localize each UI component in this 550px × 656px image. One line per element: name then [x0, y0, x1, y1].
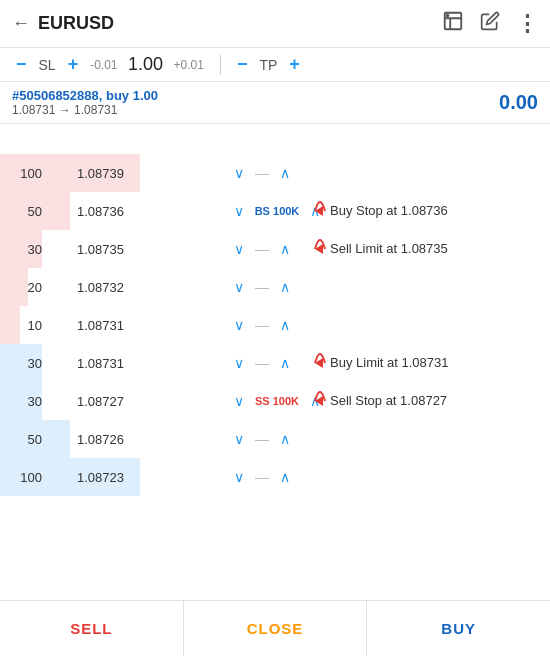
divider	[220, 55, 221, 75]
table-row: 301.08731	[0, 344, 240, 382]
main-content: 1001.08739501.08736301.08735201.08732101…	[0, 124, 550, 614]
page-title: EURUSD	[38, 13, 442, 34]
down-arrow-button[interactable]: ∨	[230, 165, 248, 181]
up-arrow-button[interactable]: ∧	[276, 241, 294, 257]
bottom-bar: SELL CLOSE BUY	[0, 600, 550, 656]
chart-icon[interactable]	[442, 10, 464, 37]
header-icons: ⋮	[442, 10, 538, 37]
ob-price: 1.08731	[50, 318, 130, 333]
down-arrow-button[interactable]: ∨	[230, 241, 248, 257]
down-arrow-button[interactable]: ∨	[230, 203, 248, 219]
controls-col: ∨—∧∨BS 100K∧∨—∧∨—∧∨—∧∨—∧∨SS 100K∧∨—∧∨—∧	[230, 154, 324, 496]
table-row: 101.08731	[0, 306, 240, 344]
ob-price: 1.08739	[50, 166, 130, 181]
sl-value: 1.00	[126, 54, 166, 75]
ob-price: 1.08723	[50, 470, 130, 485]
annotation-text: Buy Stop at 1.08736	[330, 203, 448, 218]
header: ← EURUSD ⋮	[0, 0, 550, 48]
ob-price: 1.08732	[50, 280, 130, 295]
sl-delta-plus: +0.01	[174, 58, 204, 72]
ob-price: 1.08727	[50, 394, 130, 409]
sl-delta-minus: -0.01	[90, 58, 117, 72]
trade-info: #50506852888, buy 1.00 1.08731 → 1.08731…	[0, 82, 550, 124]
annotation-text: Sell Stop at 1.08727	[330, 393, 447, 408]
up-arrow-button[interactable]: ∧	[306, 393, 324, 409]
buy-button[interactable]: BUY	[367, 601, 550, 656]
ctrl-dash: —	[252, 431, 272, 447]
tp-plus-button[interactable]: +	[285, 54, 304, 75]
orderbook: 1001.08739501.08736301.08735201.08732101…	[0, 154, 240, 496]
ob-price: 1.08735	[50, 242, 130, 257]
sl-plus-button[interactable]: +	[64, 54, 83, 75]
annotation-text: Buy Limit at 1.08731	[330, 355, 449, 370]
ctrl-dash: —	[252, 469, 272, 485]
ob-qty: 30	[0, 356, 50, 371]
ctrl-row: ∨—∧	[230, 306, 324, 344]
ctrl-row: ∨—∧	[230, 458, 324, 496]
ob-qty: 100	[0, 166, 50, 181]
back-button[interactable]: ←	[12, 13, 30, 34]
ob-qty: 10	[0, 318, 50, 333]
up-arrow-button[interactable]: ∧	[276, 165, 294, 181]
sl-tp-bar: − SL + -0.01 1.00 +0.01 − TP +	[0, 48, 550, 82]
down-arrow-button[interactable]: ∨	[230, 355, 248, 371]
down-arrow-button[interactable]: ∨	[230, 469, 248, 485]
close-button[interactable]: CLOSE	[183, 601, 368, 656]
trade-pnl: 0.00	[499, 91, 538, 114]
table-row: 501.08736	[0, 192, 240, 230]
down-arrow-button[interactable]: ∨	[230, 279, 248, 295]
ctrl-row: ∨—∧	[230, 154, 324, 192]
more-icon[interactable]: ⋮	[516, 13, 538, 35]
ctrl-row: ∨—∧	[230, 268, 324, 306]
ctrl-dash: —	[252, 355, 272, 371]
down-arrow-button[interactable]: ∨	[230, 393, 248, 409]
tp-label: TP	[259, 57, 277, 73]
ctrl-label: BS 100K	[252, 205, 302, 217]
sl-minus-button[interactable]: −	[12, 54, 31, 75]
ctrl-row: ∨—∧	[230, 420, 324, 458]
ctrl-dash: —	[252, 317, 272, 333]
edit-icon[interactable]	[480, 11, 500, 36]
up-arrow-button[interactable]: ∧	[276, 469, 294, 485]
annotation-text: Sell Limit at 1.08735	[330, 241, 448, 256]
table-row: 201.08732	[0, 268, 240, 306]
ob-qty: 30	[0, 242, 50, 257]
table-row: 301.08727	[0, 382, 240, 420]
ob-qty: 50	[0, 432, 50, 447]
svg-point-1	[447, 15, 449, 17]
tp-minus-button[interactable]: −	[233, 54, 252, 75]
ctrl-label: SS 100K	[252, 395, 302, 407]
table-row: 301.08735	[0, 230, 240, 268]
ctrl-row: ∨—∧	[230, 230, 324, 268]
down-arrow-button[interactable]: ∨	[230, 431, 248, 447]
ctrl-row: ∨—∧	[230, 344, 324, 382]
ob-price: 1.08736	[50, 204, 130, 219]
ob-qty: 100	[0, 470, 50, 485]
ob-price: 1.08731	[50, 356, 130, 371]
ctrl-dash: —	[252, 241, 272, 257]
ctrl-dash: —	[252, 279, 272, 295]
ob-qty: 30	[0, 394, 50, 409]
ctrl-row: ∨SS 100K∧	[230, 382, 324, 420]
up-arrow-button[interactable]: ∧	[306, 203, 324, 219]
ob-qty: 50	[0, 204, 50, 219]
up-arrow-button[interactable]: ∧	[276, 431, 294, 447]
ctrl-dash: —	[252, 165, 272, 181]
ob-qty: 20	[0, 280, 50, 295]
sell-button[interactable]: SELL	[0, 601, 183, 656]
up-arrow-button[interactable]: ∧	[276, 317, 294, 333]
ob-price: 1.08726	[50, 432, 130, 447]
ctrl-row: ∨BS 100K∧	[230, 192, 324, 230]
table-row: 501.08726	[0, 420, 240, 458]
up-arrow-button[interactable]: ∧	[276, 355, 294, 371]
sl-label: SL	[39, 57, 56, 73]
trade-route: 1.08731 → 1.08731	[12, 103, 158, 117]
up-arrow-button[interactable]: ∧	[276, 279, 294, 295]
table-row: 1001.08739	[0, 154, 240, 192]
table-row: 1001.08723	[0, 458, 240, 496]
down-arrow-button[interactable]: ∨	[230, 317, 248, 333]
trade-id: #50506852888, buy 1.00	[12, 88, 158, 103]
